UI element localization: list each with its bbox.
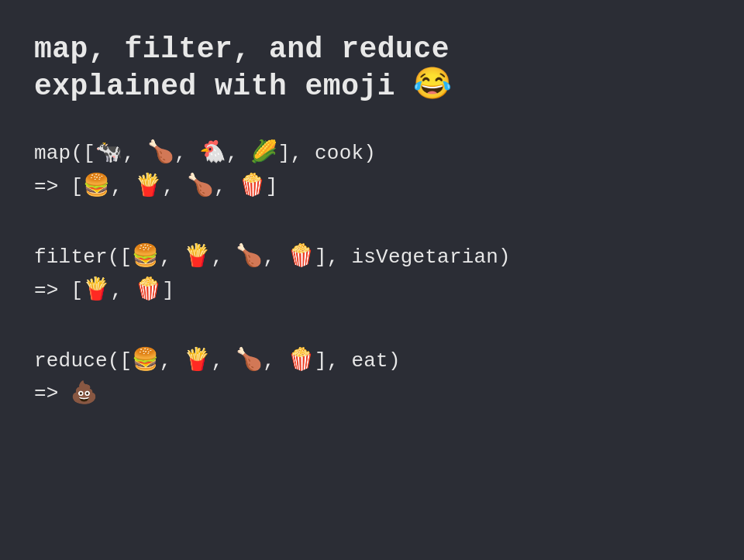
map-output-line: => [🍔, 🍟, 🍗, 🍿] xyxy=(34,170,710,204)
title-text-line1: map, filter, and reduce xyxy=(34,33,450,66)
reduce-arrow: => 💩 xyxy=(34,377,98,411)
filter-arrow: => [🍟, 🍿] xyxy=(34,274,174,307)
filter-section: filter([🍔, 🍟, 🍗, 🍿], isVegetarian) => [🍟… xyxy=(34,241,710,307)
reduce-output-line: => 💩 xyxy=(34,377,710,411)
map-prefix: map([🐄, 🍗, 🐔, 🌽], cook) xyxy=(34,137,376,170)
title-block: map, filter, and reduce explained with e… xyxy=(34,31,710,105)
main-container: map, filter, and reduce explained with e… xyxy=(0,0,744,560)
reduce-section: reduce([🍔, 🍟, 🍗, 🍿], eat) => 💩 xyxy=(34,345,710,411)
filter-input-line: filter([🍔, 🍟, 🍗, 🍿], isVegetarian) xyxy=(34,241,710,274)
title-line2: explained with emoji 😂 xyxy=(34,68,710,105)
code-block: map([🐄, 🍗, 🐔, 🌽], cook) => [🍔, 🍟, 🍗, 🍿] … xyxy=(34,137,710,411)
reduce-prefix: reduce([🍔, 🍟, 🍗, 🍿], eat) xyxy=(34,345,401,378)
filter-prefix: filter([🍔, 🍟, 🍗, 🍿], isVegetarian) xyxy=(34,241,511,274)
filter-output-line: => [🍟, 🍿] xyxy=(34,274,710,307)
title-line1: map, filter, and reduce xyxy=(34,31,710,68)
map-input-line: map([🐄, 🍗, 🐔, 🌽], cook) xyxy=(34,137,710,170)
title-text-line2: explained with emoji xyxy=(34,70,395,103)
title-emoji: 😂 xyxy=(413,70,453,101)
reduce-input-line: reduce([🍔, 🍟, 🍗, 🍿], eat) xyxy=(34,345,710,378)
map-section: map([🐄, 🍗, 🐔, 🌽], cook) => [🍔, 🍟, 🍗, 🍿] xyxy=(34,137,710,204)
map-arrow: => [🍔, 🍟, 🍗, 🍿] xyxy=(34,170,278,204)
